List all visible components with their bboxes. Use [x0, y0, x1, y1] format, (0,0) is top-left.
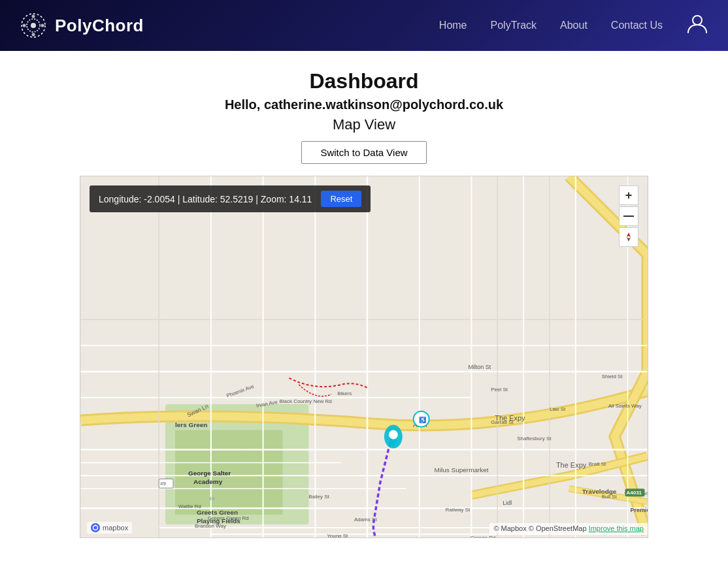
compass-button[interactable]	[619, 227, 638, 247]
map-info-bar: Longitude: -2.0054 | Latitude: 52.5219 |…	[90, 185, 371, 212]
reset-button[interactable]: Reset	[321, 191, 361, 207]
svg-text:49: 49	[160, 481, 166, 487]
svg-text:The Expy: The Expy	[556, 461, 587, 469]
brand: PolyChord	[20, 12, 144, 39]
svg-point-2	[31, 23, 36, 28]
svg-text:Milus Supermarket: Milus Supermarket	[435, 466, 489, 473]
map-attribution: © Mapbox © OpenStreetMap Improve this ma…	[489, 523, 648, 534]
switch-to-data-view-button[interactable]: Switch to Data View	[301, 141, 426, 164]
svg-point-6	[41, 24, 44, 27]
svg-text:Playing Fields: Playing Fields	[197, 517, 240, 524]
greeting: Hello, catherine.watkinson@polychord.co.…	[225, 97, 503, 112]
svg-point-103	[389, 430, 398, 440]
svg-text:All Saints Way: All Saints Way	[608, 403, 642, 409]
nav-links: Home PolyTrack About Contact Us	[439, 12, 708, 39]
svg-point-5	[23, 24, 26, 27]
mapbox-text: mapbox	[103, 524, 128, 532]
svg-text:Grange Rd: Grange Rd	[470, 535, 495, 537]
svg-point-7	[693, 16, 702, 25]
svg-text:Bikers: Bikers	[337, 391, 352, 396]
svg-text:Young St: Young St	[327, 533, 348, 537]
nav-about[interactable]: About	[560, 20, 587, 31]
page-title: Dashboard	[309, 69, 418, 93]
svg-text:Adams St: Adams St	[354, 517, 377, 522]
svg-text:Bratt St: Bratt St	[589, 461, 606, 467]
svg-text:Brook St: Brook St	[390, 536, 410, 537]
polychord-logo	[20, 12, 47, 39]
svg-text:The Expy: The Expy	[495, 414, 525, 422]
svg-text:Law St: Law St	[550, 406, 566, 412]
nav-home[interactable]: Home	[439, 20, 467, 31]
navbar: PolyChord Home PolyTrack About Contact U…	[0, 0, 728, 51]
map-coordinates: Longitude: -2.0054 | Latitude: 52.5219 |…	[99, 194, 312, 204]
svg-text:Lidl: Lidl	[503, 500, 512, 506]
improve-map-link[interactable]: Improve this map	[589, 524, 644, 532]
zoom-out-button[interactable]	[619, 206, 638, 226]
svg-text:Peel St: Peel St	[491, 387, 508, 393]
svg-rect-120	[623, 216, 634, 217]
svg-text:49: 49	[209, 496, 215, 502]
svg-text:Shaftesbury St: Shaftesbury St	[517, 436, 552, 441]
svg-text:Railway St: Railway St	[446, 507, 471, 513]
svg-marker-121	[627, 232, 631, 237]
svg-text:Black Country New Rd: Black Country New Rd	[279, 398, 331, 404]
svg-text:Bailey St: Bailey St	[308, 494, 329, 500]
zoom-in-button[interactable]: +	[619, 185, 638, 205]
svg-text:Milton St: Milton St	[468, 364, 491, 370]
svg-text:Premier Inn: Premier Inn	[631, 507, 648, 513]
svg-text:Academy: Academy	[193, 478, 223, 485]
svg-point-4	[32, 33, 35, 37]
svg-text:Travelodge: Travelodge	[582, 488, 617, 495]
svg-text:Greets Green: Greets Green	[197, 509, 238, 516]
svg-text:Shield St: Shield St	[602, 374, 623, 379]
svg-marker-122	[627, 237, 631, 242]
svg-text:lers Green: lers Green	[175, 421, 207, 428]
svg-point-125	[95, 525, 96, 526]
map-background: Swan Ln Phoenix Ave Irvan Ave Black Coun…	[80, 176, 648, 537]
brand-title: PolyChord	[55, 16, 144, 36]
svg-text:A4031: A4031	[627, 490, 642, 496]
nav-contact-us[interactable]: Contact Us	[611, 20, 663, 31]
map-controls: +	[619, 185, 638, 247]
svg-point-123	[91, 523, 100, 532]
svg-point-3	[32, 15, 35, 18]
view-label: Map View	[333, 116, 395, 133]
svg-text:♿: ♿	[419, 416, 427, 424]
user-icon[interactable]	[686, 12, 708, 39]
map-container[interactable]: Swan Ln Phoenix Ave Irvan Ave Black Coun…	[80, 176, 648, 538]
mapbox-logo: mapbox	[87, 522, 132, 534]
svg-text:George Salter: George Salter	[188, 470, 231, 477]
nav-polytrack[interactable]: PolyTrack	[491, 20, 537, 31]
main-content: Dashboard Hello, catherine.watkinson@pol…	[0, 51, 728, 545]
